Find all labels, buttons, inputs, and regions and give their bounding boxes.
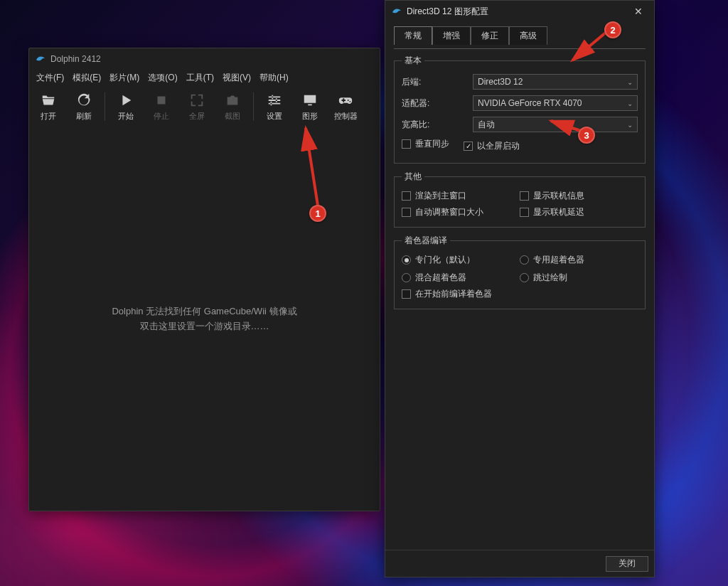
svg-line-3 (551, 121, 583, 132)
svg-line-2 (572, 32, 606, 60)
tab-general[interactable]: 常规 (394, 26, 432, 45)
svg-line-1 (306, 128, 318, 206)
annotation-arrows (0, 0, 728, 586)
